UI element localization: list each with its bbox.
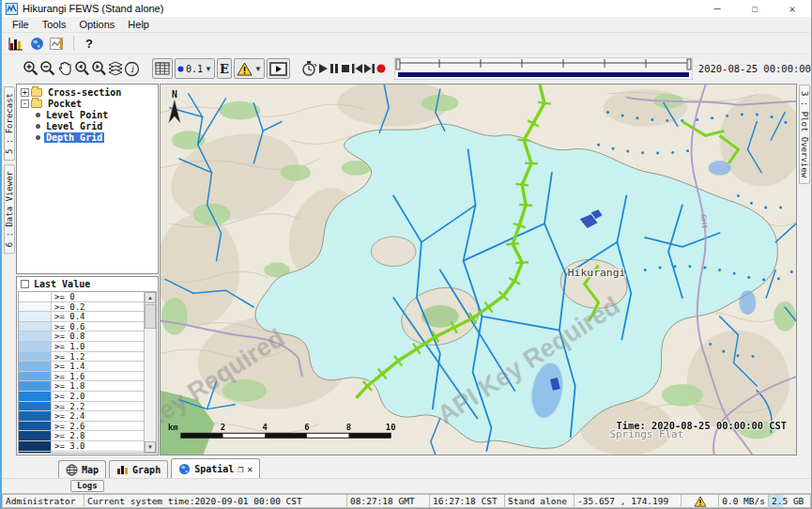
status-warning[interactable] — [682, 494, 719, 508]
status-user: Administrator — [2, 494, 84, 508]
legend-scrollbar[interactable]: ▲ ▼ — [144, 292, 156, 453]
legend-row: >= 1.8 — [19, 381, 144, 392]
legend-row: >= 1.6 — [19, 372, 144, 382]
grid-layer-button[interactable] — [152, 58, 173, 79]
zoom-in-button[interactable] — [23, 57, 39, 80]
map-canvas[interactable]: API Key Required API Key Required SH1 Hi… — [160, 84, 797, 455]
tree-node[interactable]: - Pocket — [17, 98, 158, 109]
left-tab-strip: 5 : Forecast 6 : Data Viewer — [2, 83, 16, 456]
pan-hand-button[interactable] — [56, 57, 73, 80]
basemap-svg[interactable]: API Key Required API Key Required SH1 Hi… — [161, 85, 796, 455]
legend-row: >= 2.2 — [19, 402, 144, 412]
legend-color-swatch — [19, 402, 52, 411]
step-forward-button[interactable] — [363, 57, 375, 80]
threshold-value: 0.1 — [186, 64, 203, 74]
legend-color-swatch — [19, 411, 52, 421]
legend-color-swatch — [19, 322, 52, 332]
scroll-up-icon[interactable]: ▲ — [145, 292, 156, 303]
menu-tools[interactable]: Tools — [36, 18, 73, 31]
stop-button[interactable] — [340, 57, 351, 80]
legend-color-swatch — [19, 312, 52, 321]
tree-node[interactable]: Level Point — [17, 109, 158, 120]
animation-timer-button[interactable] — [300, 57, 317, 80]
warning-dropdown[interactable]: ▼ — [234, 58, 265, 79]
tab-forecast[interactable]: 5 : Forecast — [4, 86, 15, 161]
wireframe-globe-icon — [66, 464, 78, 476]
legend-row: >= 1.4 — [19, 362, 144, 372]
legend-color-swatch — [19, 362, 52, 371]
zoom-previous-button[interactable] — [73, 57, 90, 80]
tab-maximize-icon[interactable]: ❒ — [237, 464, 243, 474]
tree-node[interactable]: Depth Grid — [17, 131, 158, 143]
legend-row: >= 2.4 — [19, 411, 144, 422]
tab-graph[interactable]: Graph — [109, 460, 168, 478]
legend-row-label: >= 3.2 — [52, 452, 88, 455]
tree-node[interactable]: + Cross-section — [17, 86, 158, 98]
tree-toggle[interactable]: - — [21, 100, 29, 108]
play-button[interactable] — [317, 57, 329, 80]
record-button[interactable] — [375, 57, 387, 80]
status-local-time: 16:27:18 CST — [430, 494, 505, 508]
legend-color-swatch — [19, 302, 52, 312]
info-button[interactable]: i — [124, 57, 140, 80]
zoom-out-button[interactable] — [39, 57, 56, 80]
tree-node-label: Level Grid — [44, 121, 104, 131]
map-display-button[interactable] — [26, 35, 47, 52]
last-value-checkbox[interactable] — [21, 280, 29, 288]
status-memory: 2.5 GB — [769, 494, 811, 508]
legend-row: >= 3.0 — [19, 441, 144, 452]
app-logo-icon — [6, 3, 18, 15]
scroll-thumb[interactable] — [145, 304, 156, 329]
pause-button[interactable] — [329, 57, 340, 80]
legend-row: >= 1.0 — [19, 342, 144, 352]
bullet-icon — [36, 113, 40, 117]
tree-toggle[interactable]: + — [21, 88, 29, 97]
menu-file[interactable]: File — [6, 18, 36, 31]
tab-close-icon[interactable]: ✕ — [247, 464, 253, 474]
folder-icon — [31, 88, 42, 97]
layers-tree: + Cross-section - Pocket Level Point Lev… — [16, 84, 159, 274]
scroll-down-icon[interactable]: ▼ — [145, 441, 156, 453]
menu-help[interactable]: Help — [121, 18, 156, 31]
logs-row: Logs — [2, 478, 811, 493]
data-display-button[interactable] — [6, 35, 26, 52]
tab-spatial-label: Spatial — [194, 464, 234, 474]
tab-map[interactable]: Map — [58, 460, 106, 478]
tree-node-label: Cross-section — [46, 87, 123, 98]
svg-text:6: 6 — [304, 423, 309, 432]
svg-text:4: 4 — [262, 423, 267, 432]
time-slider-track[interactable] — [394, 57, 693, 80]
logs-button[interactable]: Logs — [70, 480, 104, 492]
legend-row-label: >= 3.0 — [52, 441, 88, 451]
left-panel: + Cross-section - Pocket Level Point Lev… — [16, 83, 160, 456]
legend-row-label: >= 1.0 — [52, 342, 88, 351]
help-button[interactable]: ? — [80, 37, 99, 51]
zoom-next-button[interactable] — [90, 57, 107, 80]
road-label: SH1 — [699, 214, 709, 230]
close-button[interactable]: ✕ — [774, 0, 811, 17]
current-datetime: 2020-08-25 00:00:00 CST — [698, 63, 812, 74]
maximize-button[interactable]: ☐ — [736, 0, 774, 17]
svg-text:N: N — [172, 89, 177, 100]
legend-row: >= 2.6 — [19, 422, 144, 432]
tab-plot-overview[interactable]: 3 : Plot Overview — [799, 85, 810, 184]
window-title: Hikurangi FEWS (Stand alone) — [23, 3, 163, 14]
animation-display-button[interactable] — [267, 58, 290, 79]
time-slider[interactable] — [394, 57, 693, 80]
timeseries-display-button[interactable] — [47, 35, 68, 52]
legend-toggle-button[interactable]: E — [217, 58, 232, 79]
legend-row-label: >= 0.2 — [52, 302, 88, 312]
legend-row-label: >= 0.8 — [52, 332, 88, 341]
minimize-button[interactable]: ─ — [698, 0, 736, 17]
legend-row: >= 0 — [19, 292, 144, 302]
town-label: Hikurangi — [568, 266, 626, 279]
tree-node[interactable]: Level Grid — [17, 120, 158, 131]
chevron-down-icon: ▼ — [254, 65, 262, 73]
layers-button[interactable] — [107, 57, 124, 80]
step-back-button[interactable] — [351, 57, 363, 80]
threshold-dropdown[interactable]: 0.1 ▼ — [175, 58, 215, 79]
tab-data-viewer[interactable]: 6 : Data Viewer — [4, 164, 15, 254]
tab-spatial[interactable]: Spatial ❒ ✕ — [171, 458, 260, 478]
legend-table: >= 0 >= 0.2 >= 0.4 >= 0.6 >= 0.8 >= 1.0 … — [18, 291, 157, 454]
menu-options[interactable]: Options — [72, 18, 121, 31]
